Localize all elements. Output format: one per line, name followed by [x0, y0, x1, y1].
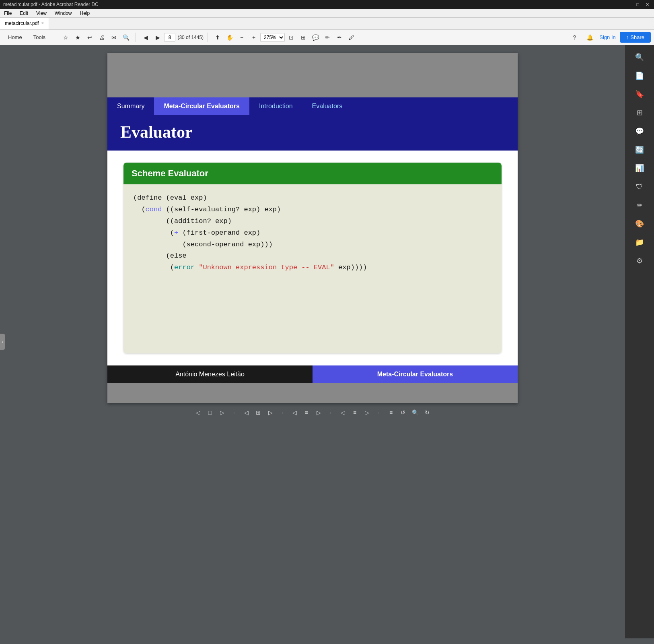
menu-edit[interactable]: Edit: [16, 10, 32, 17]
select-tool-btn[interactable]: ⬆: [212, 32, 223, 43]
tab-pdf[interactable]: metacircular.pdf ×: [0, 18, 49, 29]
nav-home[interactable]: Home: [3, 32, 27, 43]
zoom-in-btn[interactable]: +: [248, 32, 259, 43]
window-title: metacircular.pdf - Adobe Acrobat Reader …: [3, 2, 624, 7]
zoom-out-btn[interactable]: −: [236, 32, 247, 43]
nav-ctrl-list2[interactable]: ≡: [350, 407, 360, 418]
bottom-nav: ◁ □ ▷ · ◁ ⊞ ▷ · ◁ ≡ ▷ · ◁ ≡ ▷ · ≡ ↺ 🔍 ↻: [107, 403, 518, 422]
nav-ctrl-next4[interactable]: ▷: [362, 407, 372, 418]
slide-tab-intro[interactable]: Introduction: [249, 97, 302, 115]
sidebar-document-icon[interactable]: 📄: [631, 67, 648, 85]
nav-ctrl-list1[interactable]: ≡: [301, 407, 312, 418]
sidebar-chart-icon[interactable]: 📊: [631, 159, 648, 177]
nav-ctrl-sep3: ·: [325, 407, 336, 418]
code-box-header: Scheme Evaluator: [123, 163, 502, 184]
sidebar-shield-icon[interactable]: 🛡: [631, 178, 648, 196]
search-btn[interactable]: 🔍: [120, 32, 132, 43]
code-line-3: ((addition? exp): [133, 216, 492, 227]
nav-tools[interactable]: Tools: [29, 32, 50, 43]
nav-ctrl-grid[interactable]: ⊞: [253, 407, 263, 418]
prev-page-btn[interactable]: ◀: [140, 32, 151, 43]
hand-tool-btn[interactable]: ✋: [224, 32, 235, 43]
draw-btn[interactable]: ✒: [334, 32, 345, 43]
print-btn[interactable]: 🖨: [96, 32, 107, 43]
slide-tab-summary[interactable]: Summary: [107, 97, 154, 115]
sidebar-comment-icon[interactable]: 💬: [631, 122, 648, 140]
comment-btn[interactable]: 💬: [310, 32, 321, 43]
highlight-btn[interactable]: ✏: [322, 32, 333, 43]
toolbar-sep-1: [136, 33, 136, 42]
slide-nav: Summary Meta-Circular Evaluators Introdu…: [107, 97, 518, 115]
sidebar-layers-icon[interactable]: ⊞: [631, 104, 648, 122]
slide-tab-intro-label: Introduction: [259, 103, 293, 110]
menu-help[interactable]: Help: [76, 10, 94, 17]
sidebar-file-icon[interactable]: 📁: [631, 233, 648, 251]
menu-bar: File Edit View Window Help: [0, 9, 654, 18]
slide-tab-eval[interactable]: Evaluators: [302, 97, 352, 115]
menu-window[interactable]: Window: [51, 10, 76, 17]
slide-tab-eval-label: Evaluators: [312, 103, 343, 110]
sign-in-btn[interactable]: Sign In: [599, 34, 615, 40]
nav-ctrl-prev3[interactable]: ◁: [289, 407, 300, 418]
footer-title-text: Meta-Circular Evaluators: [377, 371, 453, 378]
right-sidebar: 🔍 📄 🔖 ⊞ 💬 🔄 📊 🛡 ✏ 🎨 📁 ⚙: [625, 45, 654, 638]
nav-ctrl-prev4[interactable]: ◁: [337, 407, 348, 418]
tab-close-btn[interactable]: ×: [41, 21, 44, 25]
next-page-btn[interactable]: ▶: [152, 32, 163, 43]
back-btn[interactable]: ↩: [84, 32, 95, 43]
main-container: › Summary Meta-Circular Evaluators Intro…: [0, 45, 654, 638]
sidebar-edit-icon[interactable]: ✏: [631, 196, 648, 214]
code-line-4: (+ (first-operand exp): [133, 227, 492, 239]
stamp-btn[interactable]: 🖊: [346, 32, 357, 43]
slide-bottom-gray: [107, 383, 518, 403]
zoom-select[interactable]: 275% 100% 150% 200%: [260, 33, 285, 42]
toolbar-group-page: ◀ ▶ (30 of 1445): [140, 32, 204, 43]
nav-ctrl-prev-start[interactable]: ◁: [193, 407, 203, 418]
slide-title-text: Evaluator: [120, 122, 505, 142]
help-btn[interactable]: ?: [569, 32, 580, 43]
sidebar-bookmark-icon[interactable]: 🔖: [631, 85, 648, 103]
menu-view[interactable]: View: [32, 10, 51, 17]
maximize-btn[interactable]: □: [635, 2, 641, 7]
sidebar-search-icon[interactable]: 🔍: [631, 48, 648, 66]
left-panel-toggle[interactable]: ›: [0, 334, 5, 350]
share-icon: ↑: [626, 34, 629, 40]
pdf-area[interactable]: › Summary Meta-Circular Evaluators Intro…: [0, 45, 625, 638]
slide-title-area: Evaluator: [107, 115, 518, 151]
rotate-btn[interactable]: ⊞: [298, 32, 309, 43]
sidebar-color-icon[interactable]: 🎨: [631, 215, 648, 233]
share-label: Share: [630, 34, 644, 40]
sidebar-settings-icon[interactable]: ⚙: [631, 252, 648, 270]
fit-page-btn[interactable]: ⊡: [286, 32, 297, 43]
nav-ctrl-next[interactable]: ▷: [217, 407, 227, 418]
notifications-btn[interactable]: 🔔: [584, 32, 595, 43]
nav-ctrl-prev2[interactable]: ◁: [241, 407, 251, 418]
nav-ctrl-redo[interactable]: ↻: [422, 407, 432, 418]
star-btn[interactable]: ★: [72, 32, 83, 43]
code-box: Scheme Evaluator (define (eval exp) (con…: [123, 163, 502, 353]
email-btn[interactable]: ✉: [108, 32, 119, 43]
slide-tab-summary-label: Summary: [117, 103, 144, 110]
slide-tab-meta[interactable]: Meta-Circular Evaluators: [154, 97, 249, 115]
code-line-7: (error "Unknown expression type -- EVAL"…: [133, 262, 492, 274]
close-btn[interactable]: ✕: [644, 2, 651, 7]
code-line-1: (define (eval exp): [133, 192, 492, 204]
nav-ctrl-list3[interactable]: ≡: [386, 407, 396, 418]
nav-ctrl-box[interactable]: □: [205, 407, 215, 418]
tab-bar: metacircular.pdf ×: [0, 18, 654, 30]
code-line-5: (second-operand exp))): [133, 239, 492, 251]
title-bar: metacircular.pdf - Adobe Acrobat Reader …: [0, 0, 654, 9]
nav-ctrl-search[interactable]: 🔍: [410, 407, 420, 418]
sidebar-translate-icon[interactable]: 🔄: [631, 141, 648, 159]
bookmark-add-btn[interactable]: ☆: [60, 32, 71, 43]
nav-ctrl-next3[interactable]: ▷: [313, 407, 324, 418]
share-button[interactable]: ↑ Share: [620, 32, 651, 43]
menu-file[interactable]: File: [0, 10, 16, 17]
nav-ctrl-undo[interactable]: ↺: [398, 407, 408, 418]
slide-footer: António Menezes Leitão Meta-Circular Eva…: [107, 365, 518, 383]
minimize-btn[interactable]: —: [624, 2, 631, 7]
code-box-title: Scheme Evaluator: [132, 168, 208, 178]
page-total: (30 of 1445): [176, 35, 204, 40]
nav-ctrl-next2[interactable]: ▷: [265, 407, 276, 418]
page-input[interactable]: [164, 33, 175, 42]
